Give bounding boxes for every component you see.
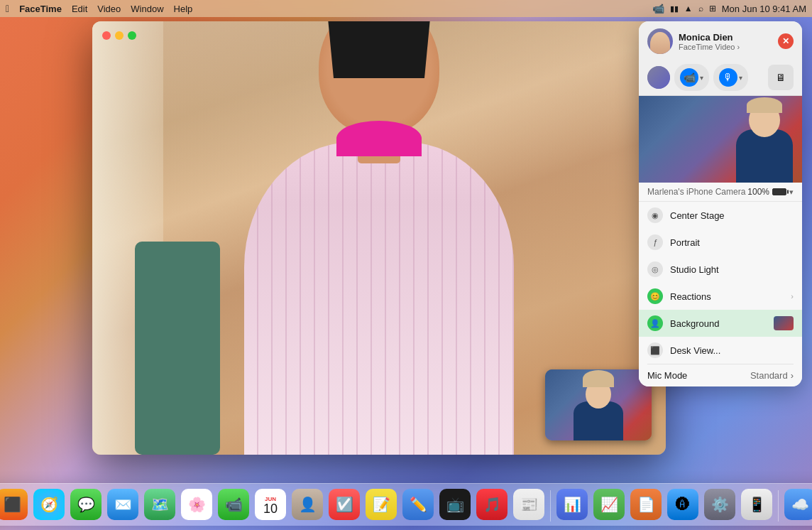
preview-person [733,104,796,183]
dock-contacts[interactable]: 👤 [290,487,324,521]
dock-separator-2 [778,490,779,521]
background-thumbnail [774,316,794,330]
appletv-icon: 📺 [439,489,471,520]
dock-numbers[interactable]: 📈 [592,487,626,521]
center-stage-item[interactable]: ◉ Center Stage [639,202,802,229]
mail-icon: ✉️ [107,489,138,520]
dock-mail[interactable]: ✉️ [106,487,140,521]
dock-notes[interactable]: 📝 [364,487,398,521]
battery-percent: 100% [747,187,769,197]
screen-share-button[interactable]: 🖥 [768,65,794,90]
video-icon: 📹 [680,68,698,87]
collar [336,121,422,156]
studio-light-icon: ◎ [647,261,663,277]
dock-appletv[interactable]: 📺 [438,487,472,521]
facetime-menu-icon: 📹 [652,3,664,14]
mic-button-group[interactable]: 🎙 ▾ [713,64,748,91]
menubar-help[interactable]: Help [174,4,193,14]
menubar-window[interactable]: Window [131,4,163,14]
background-item[interactable]: 👤 Background [639,310,802,337]
dock-pages[interactable]: 📄 [629,487,663,521]
desk-view-item[interactable]: ⬛ Desk View... [639,337,802,364]
dock-keynote[interactable]: 📊 [555,487,589,521]
screen-share-icon: 🖥 [776,72,786,83]
dock-maps[interactable]: 🗺️ [143,487,177,521]
studio-light-item[interactable]: ◎ Studio Light [639,256,802,283]
pages-icon: 📄 [630,489,662,520]
dock-news[interactable]: 📰 [512,487,546,521]
close-button[interactable] [102,31,111,40]
person-body [244,142,514,455]
caller-name: Monica Dien [679,32,772,43]
numbers-icon: 📈 [593,489,625,520]
dock-appstore[interactable]: 🅐 [666,487,700,521]
messages-icon: 💬 [70,489,102,520]
portrait-icon: ƒ [647,234,663,250]
control-panel: Monica Dien FaceTime Video › ✕ 📹 ▾ 🎙 ▾ 🖥 [639,21,802,386]
settings-icon: ⚙️ [704,489,735,520]
facetime-icon: 📹 [218,489,249,520]
menubar-app-name[interactable]: FaceTime [19,4,62,14]
control-center-icon[interactable]: ⊞ [709,4,716,13]
dock-launchpad[interactable]: ⬛ [0,487,29,521]
avatar-button[interactable] [647,66,670,89]
appstore-icon: 🅐 [667,489,698,520]
freeform-icon: ✏️ [402,489,434,520]
photos-icon: 🌸 [181,489,212,520]
apple-menu[interactable]:  [6,3,9,14]
calendar-icon: JUN 10 [255,489,286,520]
portrait-label: Portrait [670,237,794,248]
menubar-video[interactable]: Video [97,4,121,14]
safari-icon: 🧭 [33,489,65,520]
caller-avatar [647,28,673,54]
menubar:  FaceTime Edit Video Window Help 📹 ▮▮ ▲… [0,0,812,17]
person-silhouette [202,57,556,455]
fullscreen-button[interactable] [128,31,136,40]
expand-arrow-icon[interactable]: ▾ [789,188,794,197]
person-hair [322,21,436,78]
background-icon: 👤 [647,315,663,331]
menubar-right: 📹 ▮▮ ▲ ⌕ ⊞ Mon Jun 10 9:41 AM [652,3,806,14]
dock-iphone[interactable]: 📱 [740,487,774,521]
reactions-item[interactable]: 😊 Reactions › [639,283,802,310]
close-button[interactable]: ✕ [778,33,794,49]
battery-indicator: 100% ▾ [747,187,794,197]
dock-safari[interactable]: 🧭 [32,487,66,521]
portrait-item[interactable]: ƒ Portrait [639,229,802,256]
mic-mode-row[interactable]: Mic Mode Standard › [639,364,802,386]
dock-settings[interactable]: ⚙️ [703,487,737,521]
minimize-button[interactable] [115,31,124,40]
menubar-edit[interactable]: Edit [72,4,87,14]
notes-icon: 📝 [366,489,397,520]
dock-freeform[interactable]: ✏️ [401,487,435,521]
launchpad-icon: ⬛ [0,489,28,520]
icloud-icon: ☁️ [784,489,812,520]
self-view-thumbnail[interactable] [545,369,652,440]
reactions-icon: 😊 [647,288,663,304]
dock-icloud[interactable]: ☁️ [783,487,812,521]
facetime-window [92,21,666,455]
dock-music[interactable]: 🎵 [475,487,509,521]
dock-messages[interactable]: 💬 [69,487,103,521]
calendar-date-label: 10 [263,502,278,515]
reactions-label: Reactions [670,291,784,302]
video-preview [639,96,802,183]
mic-mode-label: Mic Mode [647,370,687,381]
mic-mode-value[interactable]: Standard › [750,370,794,381]
desk-view-icon: ⬛ [647,342,663,358]
dock-photos[interactable]: 🌸 [180,487,214,521]
camera-label: Marlena's iPhone Camera [647,187,745,197]
mic-icon: 🎙 [719,68,737,87]
maps-icon: 🗺️ [144,489,175,520]
studio-light-label: Studio Light [670,264,794,275]
dock-reminders[interactable]: ☑️ [327,487,361,521]
dock-facetime[interactable]: 📹 [216,487,251,521]
background-label: Background [670,318,767,329]
mic-mode-arrow-icon: › [791,370,794,381]
video-button-group[interactable]: 📹 ▾ [674,64,709,91]
mic-dropdown-arrow: ▾ [739,74,742,82]
dock-calendar[interactable]: JUN 10 [253,487,287,521]
center-stage-label: Center Stage [670,210,794,221]
spotlight-icon[interactable]: ⌕ [698,4,703,13]
window-background [92,21,666,455]
